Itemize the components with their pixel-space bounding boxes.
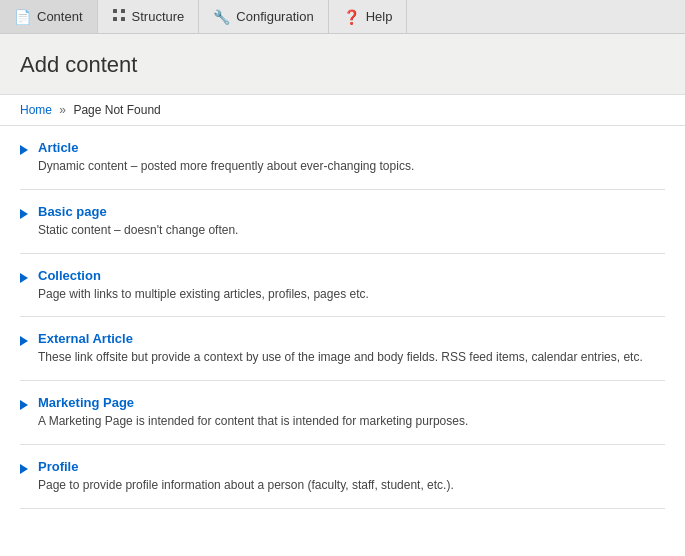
nav-label-structure: Structure	[132, 9, 185, 24]
item-body-basic-page: Basic page Static content – doesn't chan…	[38, 204, 665, 239]
help-icon: ❓	[343, 9, 360, 25]
content-icon: 📄	[14, 9, 31, 25]
breadcrumb-separator: »	[59, 103, 66, 117]
chevron-right-icon	[20, 461, 28, 477]
breadcrumb-current: Page Not Found	[73, 103, 160, 117]
list-item: Collection Page with links to multiple e…	[20, 254, 665, 318]
svg-rect-3	[121, 17, 125, 21]
chevron-right-icon	[20, 397, 28, 413]
list-item: Profile Page to provide profile informat…	[20, 445, 665, 509]
item-title-basic-page[interactable]: Basic page	[38, 204, 107, 219]
nav-item-content[interactable]: 📄 Content	[0, 0, 98, 33]
configuration-icon: 🔧	[213, 9, 230, 25]
nav-label-configuration: Configuration	[236, 9, 313, 24]
nav-item-configuration[interactable]: 🔧 Configuration	[199, 0, 328, 33]
svg-rect-1	[121, 9, 125, 13]
item-desc-collection: Page with links to multiple existing art…	[38, 286, 665, 303]
breadcrumb-home[interactable]: Home	[20, 103, 52, 117]
chevron-right-icon	[20, 333, 28, 349]
page-title: Add content	[20, 52, 665, 78]
item-desc-marketing-page: A Marketing Page is intended for content…	[38, 413, 665, 430]
chevron-right-icon	[20, 206, 28, 222]
item-title-external-article[interactable]: External Article	[38, 331, 133, 346]
page-header: Add content	[0, 34, 685, 95]
nav-item-structure[interactable]: Structure	[98, 0, 200, 33]
item-body-profile: Profile Page to provide profile informat…	[38, 459, 665, 494]
list-item: External Article These link offsite but …	[20, 317, 665, 381]
item-body-external-article: External Article These link offsite but …	[38, 331, 665, 366]
nav-item-help[interactable]: ❓ Help	[329, 0, 408, 33]
item-body-collection: Collection Page with links to multiple e…	[38, 268, 665, 303]
content-list: Article Dynamic content – posted more fr…	[0, 126, 685, 509]
item-desc-basic-page: Static content – doesn't change often.	[38, 222, 665, 239]
item-desc-profile: Page to provide profile information abou…	[38, 477, 665, 494]
item-title-article[interactable]: Article	[38, 140, 78, 155]
item-body-marketing-page: Marketing Page A Marketing Page is inten…	[38, 395, 665, 430]
list-item: Article Dynamic content – posted more fr…	[20, 126, 665, 190]
svg-rect-2	[113, 17, 117, 21]
item-title-collection[interactable]: Collection	[38, 268, 101, 283]
svg-rect-0	[113, 9, 117, 13]
item-body-article: Article Dynamic content – posted more fr…	[38, 140, 665, 175]
item-title-profile[interactable]: Profile	[38, 459, 78, 474]
structure-icon	[112, 8, 126, 25]
item-desc-external-article: These link offsite but provide a context…	[38, 349, 665, 366]
top-navigation: 📄 Content Structure 🔧 Configuration ❓ He…	[0, 0, 685, 34]
chevron-right-icon	[20, 142, 28, 158]
item-desc-article: Dynamic content – posted more frequently…	[38, 158, 665, 175]
list-item: Marketing Page A Marketing Page is inten…	[20, 381, 665, 445]
nav-label-content: Content	[37, 9, 83, 24]
list-item: Basic page Static content – doesn't chan…	[20, 190, 665, 254]
item-title-marketing-page[interactable]: Marketing Page	[38, 395, 134, 410]
breadcrumb: Home » Page Not Found	[0, 95, 685, 126]
nav-label-help: Help	[366, 9, 393, 24]
chevron-right-icon	[20, 270, 28, 286]
